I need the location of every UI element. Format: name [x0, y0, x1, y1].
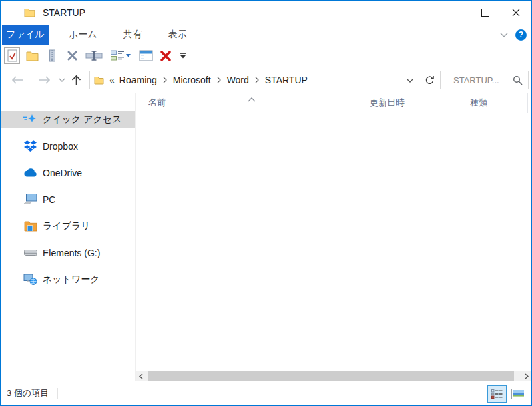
- rename-icon: [85, 50, 103, 61]
- tab-share[interactable]: 共有: [114, 25, 152, 45]
- delete-button[interactable]: [158, 47, 174, 64]
- view-options-icon: [111, 50, 125, 61]
- view-toggle-group: [487, 385, 528, 403]
- new-folder-button[interactable]: [24, 47, 40, 64]
- sidebar-item-pc[interactable]: PC: [1, 191, 135, 208]
- sidebar-item-label: OneDrive: [43, 168, 82, 178]
- search-input[interactable]: [447, 75, 511, 85]
- details-view-icon: [491, 389, 503, 399]
- network-icon: [23, 274, 37, 285]
- scrollbar-thumb[interactable]: [148, 371, 514, 381]
- tab-home[interactable]: ホーム: [59, 25, 107, 45]
- sort-ascending-icon: [248, 94, 256, 104]
- sidebar-item-label: Elements (G:): [43, 248, 100, 258]
- remove-x-icon: [67, 50, 78, 61]
- explorer-window: STARTUP ファイル ホーム 共有 表示 ?: [0, 0, 532, 406]
- status-bar: 3 個の項目: [1, 381, 531, 405]
- pc-monitor-icon: [23, 194, 37, 205]
- sidebar-item-label: ライブラリ: [43, 220, 91, 232]
- sidebar-item-elements-drive[interactable]: Elements (G:): [1, 244, 135, 261]
- properties-check-button[interactable]: [4, 47, 20, 64]
- column-header-date-modified[interactable]: 更新日時: [364, 93, 461, 113]
- quick-access-star-icon: [23, 114, 37, 125]
- status-divider: [57, 388, 58, 399]
- breadcrumb-item[interactable]: Microsoft: [172, 75, 212, 85]
- address-row: « Roaming Microsoft Word STARTUP: [1, 67, 531, 93]
- dropdown-arrow-icon: [126, 54, 131, 57]
- up-button[interactable]: [71, 75, 81, 86]
- rename-button[interactable]: [84, 47, 104, 64]
- recent-locations-button[interactable]: [59, 78, 65, 83]
- dropbox-icon: [23, 140, 37, 152]
- forward-arrow-icon: [38, 76, 51, 84]
- breadcrumb-separator-icon[interactable]: [163, 77, 167, 83]
- help-button[interactable]: ?: [515, 29, 527, 41]
- window-title: STARTUP: [43, 7, 85, 18]
- maximize-button[interactable]: [470, 1, 501, 25]
- breadcrumb-item[interactable]: STARTUP: [264, 75, 309, 85]
- close-button[interactable]: [501, 1, 531, 25]
- search-box: [447, 71, 529, 89]
- window-button[interactable]: [138, 47, 154, 64]
- folder-icon: [24, 8, 35, 17]
- refresh-button[interactable]: [419, 71, 440, 89]
- close-icon: [512, 9, 520, 17]
- file-list-pane: 名前 更新日時 種類: [136, 93, 531, 381]
- properties-check-icon: [7, 49, 17, 62]
- view-options-button[interactable]: [108, 47, 134, 64]
- tab-view[interactable]: 表示: [159, 25, 196, 45]
- navigation-pane: クイック アクセス Dropbox OneDri: [1, 93, 136, 381]
- sidebar-item-onedrive[interactable]: OneDrive: [1, 164, 135, 181]
- drive-icon: [23, 249, 37, 256]
- sidebar-item-libraries[interactable]: ライブラリ: [1, 218, 135, 234]
- titlebar: STARTUP: [1, 1, 531, 25]
- history-chevron-icon: [59, 78, 65, 83]
- libraries-folder-icon: [23, 220, 37, 232]
- horizontal-scrollbar[interactable]: [136, 371, 531, 381]
- back-arrow-icon: [11, 76, 24, 84]
- customize-toolbar-button[interactable]: [178, 47, 188, 64]
- zip-icon: [48, 49, 57, 63]
- details-view-button[interactable]: [487, 385, 507, 403]
- folder-icon: [94, 76, 104, 85]
- scroll-left-button[interactable]: [136, 371, 146, 381]
- scroll-right-button[interactable]: [521, 371, 531, 381]
- tab-file[interactable]: ファイル: [2, 25, 49, 45]
- customize-chevron-icon: [180, 53, 186, 59]
- forward-button[interactable]: [38, 76, 51, 84]
- item-count: 3 個の項目: [7, 387, 49, 399]
- breadcrumb-separator-icon[interactable]: [217, 77, 221, 83]
- search-button[interactable]: [511, 75, 528, 85]
- ribbon-expand-button[interactable]: [500, 33, 508, 37]
- ribbon-right-controls: ?: [500, 25, 531, 45]
- new-folder-icon: [26, 51, 39, 61]
- remove-button[interactable]: [64, 47, 80, 64]
- file-list-empty-area[interactable]: [136, 113, 531, 371]
- address-bar-controls: [401, 71, 440, 89]
- window-controls: [439, 1, 531, 25]
- breadcrumb-item[interactable]: Roaming: [118, 75, 158, 85]
- back-button[interactable]: [11, 76, 24, 84]
- breadcrumb-item[interactable]: Word: [226, 75, 250, 85]
- sidebar-item-network[interactable]: ネットワーク: [1, 271, 135, 288]
- breadcrumb-separator-icon[interactable]: [255, 77, 259, 83]
- breadcrumb-overflow[interactable]: «: [109, 75, 115, 85]
- address-dropdown-button[interactable]: [401, 71, 419, 89]
- column-header-type[interactable]: 種類: [461, 93, 528, 113]
- sidebar-item-label: PC: [43, 194, 55, 205]
- address-bar[interactable]: « Roaming Microsoft Word STARTUP: [89, 71, 441, 89]
- delete-x-icon: [160, 50, 172, 62]
- minimize-button[interactable]: [439, 1, 470, 25]
- maximize-icon: [481, 9, 489, 17]
- thumbnail-view-button[interactable]: [509, 385, 528, 403]
- ribbon-tabs: ファイル ホーム 共有 表示 ?: [1, 25, 531, 45]
- sidebar-item-dropbox[interactable]: Dropbox: [1, 138, 135, 154]
- zip-button[interactable]: [44, 47, 60, 64]
- explorer-body: クイック アクセス Dropbox OneDri: [1, 93, 531, 381]
- up-arrow-icon: [71, 75, 81, 86]
- sidebar-item-label: クイック アクセス: [43, 114, 122, 126]
- sidebar-item-quick-access[interactable]: クイック アクセス: [1, 111, 135, 128]
- quick-access-toolbar: [1, 45, 531, 67]
- chevron-right-icon: [525, 373, 529, 379]
- onedrive-cloud-icon: [23, 168, 37, 177]
